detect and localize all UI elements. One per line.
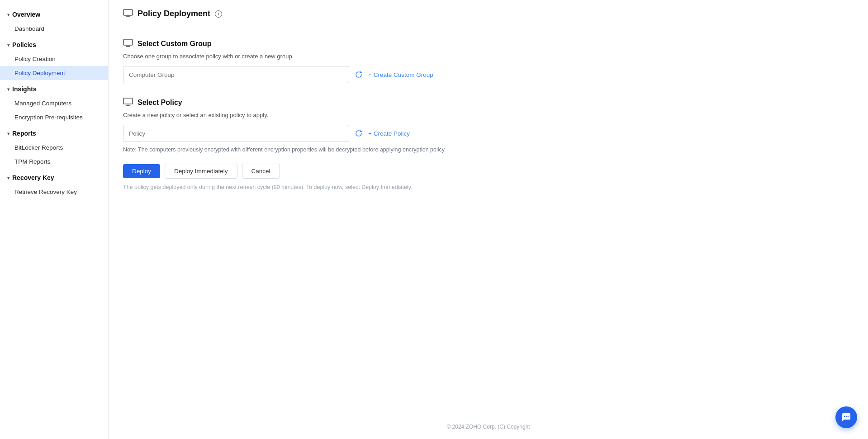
recovery-key-section-header[interactable]: ▾ Recovery Key [0,170,108,185]
select-policy-header: Select Policy [123,98,854,107]
sidebar-item-policy-deployment[interactable]: Policy Deployment [0,66,108,80]
page-header: Policy Deployment i [109,0,868,26]
svg-rect-6 [123,98,133,104]
svg-point-11 [848,416,849,417]
svg-rect-3 [123,39,133,45]
insights-section-header[interactable]: ▾ Insights [0,82,108,96]
reports-section-header[interactable]: ▾ Reports [0,126,108,141]
reports-section: ▾ Reports BitLocker Reports TPM Reports [0,126,108,169]
main-content: Policy Deployment i Select Custom Group … [109,0,868,439]
footer-text: © 2024 ZOHO Corp. (C) Copyright [446,424,530,430]
insights-label: Insights [12,85,37,93]
policies-chevron-icon: ▾ [7,42,9,47]
create-policy-link[interactable]: + Create Policy [368,130,410,137]
recovery-key-label: Recovery Key [12,174,54,181]
select-policy-section: Select Policy Create a new policy or sel… [123,98,854,190]
sidebar-item-managed-computers[interactable]: Managed Computers [0,96,108,110]
svg-point-9 [844,416,845,417]
policy-input[interactable] [123,125,349,142]
select-custom-group-desc: Choose one group to associate policy wit… [123,53,854,60]
select-policy-title: Select Policy [138,99,182,107]
svg-point-10 [846,416,847,417]
svg-rect-0 [123,9,133,15]
overview-section-header[interactable]: ▾ Overview [0,7,108,22]
computer-group-refresh-button[interactable] [355,71,363,79]
sidebar-item-encryption-prereqs[interactable]: Encryption Pre-requisites [0,110,108,124]
sidebar-item-retrieve-recovery-key[interactable]: Retrieve Recovery Key [0,185,108,199]
computer-group-input[interactable] [123,66,349,83]
content-area: Select Custom Group Choose one group to … [109,26,868,415]
insights-section: ▾ Insights Managed Computers Encryption … [0,82,108,124]
deploy-button[interactable]: Deploy [123,164,160,178]
policies-section: ▾ Policies Policy Creation Policy Deploy… [0,38,108,80]
sidebar: ▾ Overview Dashboard ▾ Policies Policy C… [0,0,109,439]
info-icon[interactable]: i [215,10,222,18]
reports-label: Reports [12,130,36,137]
select-policy-desc: Create a new policy or select an existin… [123,112,854,118]
monitor-icon [123,9,133,19]
policy-refresh-button[interactable] [355,129,363,137]
action-note: The policy gets deployed only during the… [123,184,854,190]
select-custom-group-header: Select Custom Group [123,39,854,48]
select-custom-group-section: Select Custom Group Choose one group to … [123,39,854,83]
select-custom-group-icon [123,39,133,48]
reports-chevron-icon: ▾ [7,131,9,136]
action-buttons: Deploy Deploy Immediately Cancel [123,164,854,179]
policy-note: Note: The computers previously encrypted… [123,146,854,153]
overview-chevron-icon: ▾ [7,12,9,17]
sidebar-item-tpm-reports[interactable]: TPM Reports [0,155,108,169]
footer: © 2024 ZOHO Corp. (C) Copyright [109,415,868,439]
cancel-button[interactable]: Cancel [242,164,280,179]
overview-section: ▾ Overview Dashboard [0,7,108,36]
select-policy-icon [123,98,133,107]
deploy-immediately-button[interactable]: Deploy Immediately [165,164,237,179]
sidebar-item-policy-creation[interactable]: Policy Creation [0,52,108,66]
select-custom-group-title: Select Custom Group [138,40,212,48]
policy-input-row: + Create Policy [123,125,854,142]
sidebar-item-bitlocker-reports[interactable]: BitLocker Reports [0,141,108,155]
policies-label: Policies [12,41,36,48]
recovery-key-section: ▾ Recovery Key Retrieve Recovery Key [0,170,108,199]
policies-section-header[interactable]: ▾ Policies [0,38,108,52]
computer-group-input-row: + Create Custom Group [123,66,854,83]
sidebar-item-dashboard[interactable]: Dashboard [0,22,108,36]
insights-chevron-icon: ▾ [7,87,9,92]
create-custom-group-link[interactable]: + Create Custom Group [368,71,433,78]
overview-label: Overview [12,11,40,18]
recovery-key-chevron-icon: ▾ [7,175,9,180]
page-title: Policy Deployment [138,9,210,19]
chat-fab[interactable] [835,406,857,428]
